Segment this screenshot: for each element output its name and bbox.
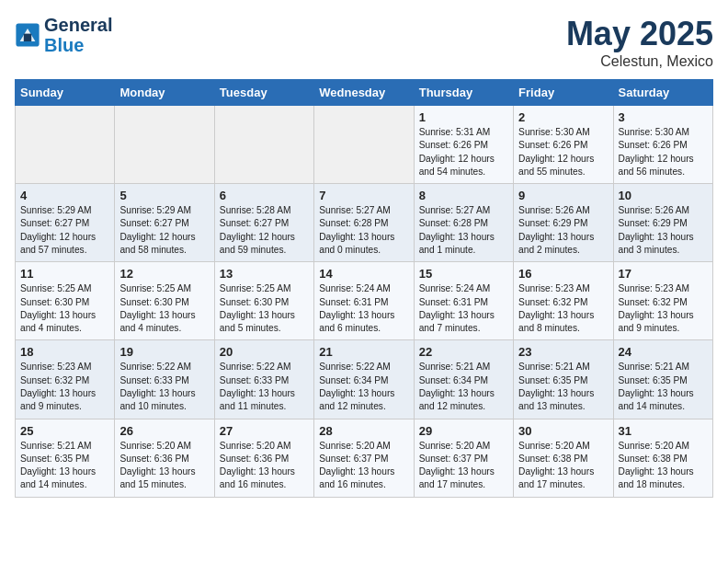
day-info: Sunrise: 5:24 AM Sunset: 6:31 PM Dayligh…: [419, 282, 508, 335]
day-info: Sunrise: 5:27 AM Sunset: 6:28 PM Dayligh…: [319, 204, 408, 257]
calendar-cell: 6Sunrise: 5:28 AM Sunset: 6:27 PM Daylig…: [214, 184, 313, 262]
day-number: 28: [319, 424, 408, 438]
day-info: Sunrise: 5:21 AM Sunset: 6:35 PM Dayligh…: [619, 361, 708, 413]
calendar-week-row: 4Sunrise: 5:29 AM Sunset: 6:27 PM Daylig…: [16, 184, 713, 262]
day-number: 23: [518, 345, 608, 359]
logo-line1: General: [44, 15, 112, 35]
calendar-cell: 15Sunrise: 5:24 AM Sunset: 6:31 PM Dayli…: [414, 262, 513, 340]
day-number: 15: [419, 267, 508, 281]
day-number: 11: [20, 267, 109, 281]
day-number: 14: [319, 267, 408, 281]
day-number: 1: [419, 110, 508, 124]
weekday-header-wednesday: Wednesday: [314, 80, 414, 106]
weekday-header-tuesday: Tuesday: [214, 80, 313, 106]
calendar-cell: 1Sunrise: 5:31 AM Sunset: 6:26 PM Daylig…: [414, 106, 513, 184]
calendar-cell: 9Sunrise: 5:26 AM Sunset: 6:29 PM Daylig…: [514, 184, 613, 262]
calendar-cell: 18Sunrise: 5:23 AM Sunset: 6:32 PM Dayli…: [16, 340, 115, 419]
day-info: Sunrise: 5:21 AM Sunset: 6:35 PM Dayligh…: [518, 361, 608, 413]
calendar-cell: 8Sunrise: 5:27 AM Sunset: 6:28 PM Daylig…: [414, 184, 513, 262]
day-number: 16: [518, 267, 608, 281]
calendar-week-row: 11Sunrise: 5:25 AM Sunset: 6:30 PM Dayli…: [16, 262, 713, 340]
day-info: Sunrise: 5:25 AM Sunset: 6:30 PM Dayligh…: [220, 282, 309, 335]
calendar-cell: [115, 106, 214, 184]
calendar-table: SundayMondayTuesdayWednesdayThursdayFrid…: [15, 79, 713, 498]
calendar-cell: 10Sunrise: 5:26 AM Sunset: 6:29 PM Dayli…: [613, 184, 712, 262]
calendar-cell: 24Sunrise: 5:21 AM Sunset: 6:35 PM Dayli…: [613, 340, 712, 419]
day-info: Sunrise: 5:26 AM Sunset: 6:29 PM Dayligh…: [518, 204, 608, 257]
calendar-cell: 19Sunrise: 5:22 AM Sunset: 6:33 PM Dayli…: [115, 340, 214, 419]
day-info: Sunrise: 5:28 AM Sunset: 6:27 PM Dayligh…: [220, 204, 309, 257]
calendar-cell: 22Sunrise: 5:21 AM Sunset: 6:34 PM Dayli…: [414, 340, 513, 419]
day-number: 3: [619, 110, 708, 124]
day-info: Sunrise: 5:20 AM Sunset: 6:36 PM Dayligh…: [220, 440, 309, 492]
calendar-cell: 16Sunrise: 5:23 AM Sunset: 6:32 PM Dayli…: [514, 262, 613, 340]
header: General Blue May 2025 Celestun, Mexico: [15, 15, 713, 70]
weekday-header-friday: Friday: [514, 80, 613, 106]
day-number: 27: [220, 424, 309, 438]
calendar-cell: 23Sunrise: 5:21 AM Sunset: 6:35 PM Dayli…: [514, 340, 613, 419]
day-number: 7: [319, 189, 408, 202]
calendar-cell: 14Sunrise: 5:24 AM Sunset: 6:31 PM Dayli…: [314, 262, 414, 340]
day-number: 21: [319, 345, 408, 359]
day-info: Sunrise: 5:20 AM Sunset: 6:38 PM Dayligh…: [619, 440, 708, 492]
day-info: Sunrise: 5:31 AM Sunset: 6:26 PM Dayligh…: [419, 126, 508, 178]
day-info: Sunrise: 5:21 AM Sunset: 6:34 PM Dayligh…: [419, 361, 508, 413]
day-info: Sunrise: 5:24 AM Sunset: 6:31 PM Dayligh…: [319, 282, 408, 335]
day-info: Sunrise: 5:25 AM Sunset: 6:30 PM Dayligh…: [20, 282, 109, 335]
day-number: 17: [619, 267, 708, 281]
weekday-header-monday: Monday: [115, 80, 214, 106]
calendar-week-row: 18Sunrise: 5:23 AM Sunset: 6:32 PM Dayli…: [16, 340, 713, 419]
calendar-cell: 29Sunrise: 5:20 AM Sunset: 6:37 PM Dayli…: [414, 419, 513, 497]
calendar-cell: 4Sunrise: 5:29 AM Sunset: 6:27 PM Daylig…: [16, 184, 115, 262]
calendar-cell: 27Sunrise: 5:20 AM Sunset: 6:36 PM Dayli…: [214, 419, 313, 497]
calendar-week-row: 25Sunrise: 5:21 AM Sunset: 6:35 PM Dayli…: [16, 419, 713, 497]
day-info: Sunrise: 5:30 AM Sunset: 6:26 PM Dayligh…: [518, 126, 608, 178]
day-number: 19: [119, 345, 209, 359]
calendar-cell: 11Sunrise: 5:25 AM Sunset: 6:30 PM Dayli…: [16, 262, 115, 340]
day-number: 6: [220, 189, 309, 202]
day-number: 12: [119, 267, 209, 281]
day-number: 2: [518, 110, 608, 124]
day-info: Sunrise: 5:20 AM Sunset: 6:38 PM Dayligh…: [518, 440, 608, 492]
calendar-cell: [214, 106, 313, 184]
day-info: Sunrise: 5:21 AM Sunset: 6:35 PM Dayligh…: [20, 440, 109, 492]
calendar-cell: 13Sunrise: 5:25 AM Sunset: 6:30 PM Dayli…: [214, 262, 313, 340]
svg-rect-2: [24, 34, 31, 41]
title-block: May 2025 Celestun, Mexico: [566, 15, 713, 70]
day-number: 24: [619, 345, 708, 359]
day-number: 13: [220, 267, 309, 281]
day-number: 10: [619, 189, 708, 202]
day-number: 31: [619, 424, 708, 438]
calendar-week-row: 1Sunrise: 5:31 AM Sunset: 6:26 PM Daylig…: [16, 106, 713, 184]
day-info: Sunrise: 5:20 AM Sunset: 6:37 PM Dayligh…: [319, 440, 408, 492]
calendar-title: May 2025: [566, 15, 713, 53]
day-info: Sunrise: 5:22 AM Sunset: 6:34 PM Dayligh…: [319, 361, 408, 413]
calendar-cell: 5Sunrise: 5:29 AM Sunset: 6:27 PM Daylig…: [115, 184, 214, 262]
day-info: Sunrise: 5:20 AM Sunset: 6:37 PM Dayligh…: [419, 440, 508, 492]
day-info: Sunrise: 5:29 AM Sunset: 6:27 PM Dayligh…: [119, 204, 209, 257]
day-info: Sunrise: 5:22 AM Sunset: 6:33 PM Dayligh…: [220, 361, 309, 413]
weekday-header-saturday: Saturday: [613, 80, 712, 106]
day-number: 4: [20, 189, 109, 202]
day-number: 20: [220, 345, 309, 359]
day-number: 25: [20, 424, 109, 438]
logo-line2: Blue: [44, 35, 112, 55]
day-info: Sunrise: 5:20 AM Sunset: 6:36 PM Dayligh…: [119, 440, 209, 492]
calendar-subtitle: Celestun, Mexico: [566, 53, 713, 70]
logo-icon: [15, 22, 40, 48]
day-number: 29: [419, 424, 508, 438]
calendar-cell: 2Sunrise: 5:30 AM Sunset: 6:26 PM Daylig…: [514, 106, 613, 184]
calendar-cell: 31Sunrise: 5:20 AM Sunset: 6:38 PM Dayli…: [613, 419, 712, 497]
day-info: Sunrise: 5:29 AM Sunset: 6:27 PM Dayligh…: [20, 204, 109, 257]
day-number: 22: [419, 345, 508, 359]
calendar-cell: 7Sunrise: 5:27 AM Sunset: 6:28 PM Daylig…: [314, 184, 414, 262]
day-info: Sunrise: 5:22 AM Sunset: 6:33 PM Dayligh…: [119, 361, 209, 413]
day-info: Sunrise: 5:27 AM Sunset: 6:28 PM Dayligh…: [419, 204, 508, 257]
logo: General Blue: [15, 15, 112, 55]
calendar-cell: 25Sunrise: 5:21 AM Sunset: 6:35 PM Dayli…: [16, 419, 115, 497]
calendar-cell: [314, 106, 414, 184]
calendar-cell: 30Sunrise: 5:20 AM Sunset: 6:38 PM Dayli…: [514, 419, 613, 497]
weekday-header-row: SundayMondayTuesdayWednesdayThursdayFrid…: [16, 80, 713, 106]
calendar-cell: 3Sunrise: 5:30 AM Sunset: 6:26 PM Daylig…: [613, 106, 712, 184]
day-info: Sunrise: 5:26 AM Sunset: 6:29 PM Dayligh…: [619, 204, 708, 257]
